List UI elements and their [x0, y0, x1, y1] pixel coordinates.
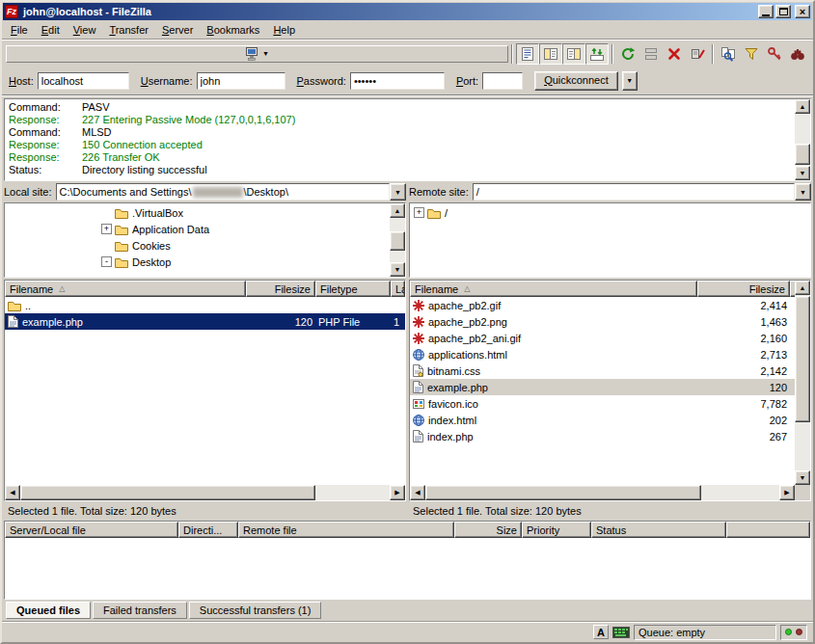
- menu-file[interactable]: File: [4, 21, 35, 39]
- menubar: File Edit View Transfer Server Bookmarks…: [2, 20, 813, 40]
- menu-edit[interactable]: Edit: [35, 21, 67, 39]
- scroll-right-button[interactable]: ▶: [390, 485, 405, 500]
- column-header-filename[interactable]: Filename△: [410, 281, 697, 297]
- column-header-priority[interactable]: Priority: [522, 522, 591, 538]
- remote-vertical-scrollbar[interactable]: ▲ ▼: [795, 281, 810, 485]
- column-header-status[interactable]: Status: [591, 522, 726, 538]
- scroll-left-button[interactable]: ◀: [410, 485, 425, 500]
- column-header-size[interactable]: Size: [454, 522, 522, 538]
- transfer-type-indicator[interactable]: A: [593, 625, 609, 639]
- file-row-selected[interactable]: example.php 120: [410, 379, 795, 395]
- column-header-filesize[interactable]: Filesize: [697, 281, 790, 297]
- synchronized-browsing-button[interactable]: [763, 43, 786, 65]
- menu-view[interactable]: View: [67, 21, 103, 39]
- file-row[interactable]: apache_pb2.png 1,463: [410, 313, 795, 330]
- log-line: Command:MLSD: [9, 126, 791, 139]
- disconnect-button[interactable]: [686, 43, 709, 65]
- local-horizontal-scrollbar[interactable]: ◀ ▶: [5, 485, 405, 500]
- process-queue-button[interactable]: [639, 43, 663, 65]
- scroll-left-button[interactable]: ◀: [5, 485, 20, 500]
- scroll-down-button[interactable]: ▼: [795, 166, 810, 180]
- quickconnect-button[interactable]: Quickconnect: [534, 71, 618, 91]
- expand-icon[interactable]: +: [101, 224, 112, 234]
- column-header-server-local-file[interactable]: Server/Local file: [5, 522, 178, 538]
- tab-queued-files[interactable]: Queued files: [6, 602, 91, 619]
- scroll-down-button[interactable]: ▼: [795, 470, 810, 485]
- file-row[interactable]: apache_pb2_ani.gif 2,160: [410, 330, 795, 346]
- password-input[interactable]: [350, 72, 445, 90]
- filter-button[interactable]: [740, 43, 763, 65]
- scroll-thumb[interactable]: [795, 296, 810, 422]
- file-row[interactable]: favicon.ico 7,782: [410, 395, 795, 412]
- scroll-down-button[interactable]: ▼: [390, 262, 405, 277]
- remote-horizontal-scrollbar[interactable]: ◀ ▶: [410, 485, 795, 500]
- filesize: 2,142: [697, 362, 790, 379]
- scroll-up-button[interactable]: ▲: [795, 281, 810, 295]
- menu-transfer[interactable]: Transfer: [102, 21, 155, 39]
- cancel-icon: [666, 46, 682, 62]
- collapse-icon[interactable]: -: [101, 256, 112, 267]
- process-queue-icon: [643, 46, 659, 62]
- remote-tree-toggle-button[interactable]: [562, 43, 585, 65]
- column-header-filename[interactable]: Filename△: [5, 281, 246, 297]
- remote-path-combo[interactable]: / ▼: [473, 183, 811, 201]
- menu-help[interactable]: Help: [266, 21, 302, 39]
- log-scrollbar[interactable]: ▲ ▼: [795, 99, 810, 180]
- remote-path-dropdown-button[interactable]: ▼: [795, 183, 811, 201]
- column-header-filetype[interactable]: Filetype: [315, 281, 391, 297]
- file-row[interactable]: index.php 267: [410, 428, 795, 444]
- local-path-dropdown-button[interactable]: ▼: [390, 183, 406, 201]
- remote-site-pane: Remote site: / ▼ + /: [409, 183, 811, 278]
- file-row[interactable]: apache_pb2.gif 2,414: [410, 297, 795, 313]
- minimize-button[interactable]: [758, 5, 774, 18]
- local-path-combo[interactable]: C:\Documents and Settings\\Desktop\ ▼: [56, 183, 406, 201]
- log-label: Status:: [9, 164, 82, 176]
- column-header-filesize[interactable]: Filesize: [246, 281, 315, 297]
- column-header-direction[interactable]: Directi...: [178, 522, 238, 538]
- find-files-button[interactable]: [786, 43, 809, 65]
- maximize-button[interactable]: [775, 5, 791, 18]
- titlebar[interactable]: Fz john@localhost - FileZilla ×: [3, 3, 812, 20]
- scroll-up-button[interactable]: ▲: [390, 203, 405, 218]
- scroll-thumb[interactable]: [20, 485, 315, 500]
- scroll-thumb[interactable]: [425, 485, 701, 500]
- file-row-updir[interactable]: ..: [5, 297, 405, 313]
- tree-item-desktop[interactable]: - Desktop: [5, 254, 390, 270]
- menu-server[interactable]: Server: [155, 21, 200, 39]
- message-log-toggle-button[interactable]: [516, 43, 539, 65]
- file-row[interactable]: index.html 202: [410, 412, 795, 428]
- host-input[interactable]: [38, 72, 129, 90]
- quickconnect-dropdown-button[interactable]: ▼: [622, 71, 638, 91]
- scroll-right-button[interactable]: ▶: [779, 485, 795, 500]
- log-line: Response:150 Connection accepted: [9, 139, 791, 151]
- queue-toggle-button[interactable]: [585, 43, 609, 65]
- file-row[interactable]: bitnami.css 2,142: [410, 362, 795, 379]
- close-button[interactable]: ×: [795, 5, 810, 18]
- tree-item-cookies[interactable]: Cookies: [5, 237, 390, 254]
- tree-item-virtualbox[interactable]: .VirtualBox: [5, 204, 390, 221]
- directory-compare-button[interactable]: [717, 43, 740, 65]
- remote-path-value[interactable]: /: [473, 183, 795, 201]
- site-manager-button[interactable]: ▼: [6, 45, 508, 63]
- refresh-button[interactable]: [616, 43, 639, 65]
- scroll-thumb[interactable]: [390, 231, 405, 251]
- tree-item-root[interactable]: + /: [410, 204, 810, 221]
- column-header-remote-file[interactable]: Remote file: [238, 522, 454, 538]
- file-row-example-php[interactable]: example.php 120 PHP File 1: [5, 313, 405, 330]
- local-tree-scrollbar[interactable]: ▲ ▼: [390, 203, 405, 277]
- menu-bookmarks[interactable]: Bookmarks: [200, 21, 266, 39]
- port-input[interactable]: [482, 72, 523, 90]
- expand-icon[interactable]: +: [414, 207, 424, 218]
- username-input[interactable]: [197, 72, 285, 90]
- local-tree-toggle-button[interactable]: [539, 43, 562, 65]
- scroll-thumb[interactable]: [795, 144, 810, 165]
- cancel-button[interactable]: [663, 43, 686, 65]
- file-row[interactable]: applications.html 2,713: [410, 346, 795, 362]
- column-label: Filename: [10, 283, 53, 295]
- tab-failed-transfers[interactable]: Failed transfers: [93, 602, 187, 619]
- column-header-lastmodified[interactable]: Last modified: [391, 281, 405, 297]
- tab-successful-transfers[interactable]: Successful transfers (1): [189, 602, 322, 619]
- tree-item-application-data[interactable]: + Application Data: [5, 221, 390, 237]
- local-path-value[interactable]: C:\Documents and Settings\\Desktop\: [56, 183, 390, 201]
- scroll-up-button[interactable]: ▲: [795, 99, 810, 114]
